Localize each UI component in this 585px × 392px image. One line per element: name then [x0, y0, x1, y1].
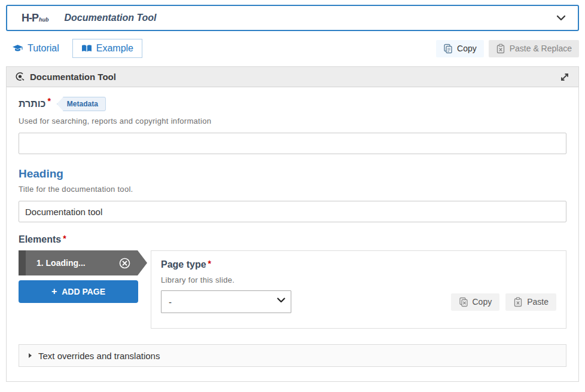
paste-replace-button[interactable]: Paste & Replace: [489, 40, 579, 57]
chevron-down-icon: [556, 15, 566, 21]
editor-header-title: Documentation Tool: [30, 72, 116, 82]
tutorial-link[interactable]: Tutorial: [12, 43, 59, 54]
interactive-content-icon: [15, 72, 25, 82]
open-book-icon: [81, 44, 92, 53]
h5p-logo-text: H-P: [22, 12, 38, 24]
page-tab[interactable]: 1. Loading...: [19, 250, 147, 275]
h5p-hub-bar: H-P hub Documentation Tool: [6, 5, 579, 31]
selected-content-type-title: Documentation Tool: [65, 13, 157, 23]
elements-required-mark: *: [63, 234, 66, 243]
heading-field-label: Heading: [19, 167, 566, 180]
copy-x-icon: [459, 297, 468, 307]
h5p-hub-logo: H-P hub: [22, 12, 49, 24]
triangle-right-icon: [29, 353, 32, 358]
heading-input[interactable]: [19, 201, 566, 222]
heading-field-description: Title for the documentation tool.: [19, 185, 566, 194]
copy-button[interactable]: Copy: [436, 40, 484, 57]
hub-expand-button[interactable]: [556, 15, 566, 21]
metadata-button[interactable]: Metadata: [57, 97, 106, 111]
add-page-button[interactable]: + ADD PAGE: [19, 280, 138, 303]
fullscreen-button[interactable]: [559, 72, 570, 82]
title-field-label-row: כותרת * Metadata: [19, 97, 566, 111]
page-tab-label: 1. Loading...: [36, 258, 86, 268]
text-overrides-accordion[interactable]: Text overrides and translations: [19, 344, 566, 367]
paste-replace-label: Paste & Replace: [510, 44, 572, 53]
editor-action-row: Tutorial Example Copy Paste & Replace: [6, 38, 579, 59]
example-button[interactable]: Example: [72, 39, 142, 58]
circle-x-icon: [119, 258, 130, 269]
title-field-label: כותרת: [19, 99, 45, 109]
panel-paste-button[interactable]: Paste: [505, 293, 556, 311]
title-required-mark: *: [47, 97, 50, 105]
expand-arrows-icon: [559, 72, 570, 82]
remove-page-button[interactable]: [119, 258, 130, 269]
page-type-label-row: Page type *: [161, 259, 556, 270]
editor-container: Documentation Tool כותרת * Metadata Used…: [6, 66, 579, 382]
library-select-wrap: -: [161, 290, 291, 313]
page-type-select-row: -: [161, 290, 556, 313]
elements-label: Elements: [19, 234, 61, 245]
editor-header: Documentation Tool: [7, 67, 578, 87]
copy-button-label: Copy: [457, 44, 477, 53]
panel-copy-button[interactable]: Copy: [451, 293, 500, 311]
panel-paste-label: Paste: [527, 297, 549, 307]
library-select[interactable]: -: [161, 290, 291, 313]
add-page-label: ADD PAGE: [62, 287, 105, 296]
panel-button-group: Copy Paste: [451, 293, 557, 311]
accordion-label: Text overrides and translations: [38, 351, 160, 361]
tutorial-label: Tutorial: [28, 43, 59, 54]
panel-copy-label: Copy: [473, 297, 492, 307]
title-input[interactable]: [19, 133, 566, 154]
page-settings-panel: Page type * Library for this slide. -: [151, 250, 566, 329]
clipboard-x-icon: [513, 297, 523, 307]
pages-list: 1. Loading... + ADD PAGE: [19, 250, 149, 303]
page-type-required-mark: *: [208, 259, 211, 268]
example-label: Example: [96, 43, 133, 54]
title-field-description: Used for searching, reports and copyrigh…: [19, 117, 566, 125]
elements-label-row: Elements *: [19, 234, 566, 245]
editor-body: כותרת * Metadata Used for searching, rep…: [7, 87, 578, 381]
drag-handle[interactable]: [19, 250, 26, 275]
h5p-logo-hub-text: hub: [39, 17, 49, 23]
elements-section: 1. Loading... + ADD PAGE Page type: [19, 250, 566, 329]
page-type-label: Page type: [161, 259, 206, 270]
copy-icon: [443, 44, 453, 54]
clipboard-x-icon: [496, 44, 505, 54]
plus-icon: +: [51, 286, 57, 297]
page-type-description: Library for this slide.: [161, 275, 556, 284]
graduation-cap-icon: [12, 44, 23, 53]
